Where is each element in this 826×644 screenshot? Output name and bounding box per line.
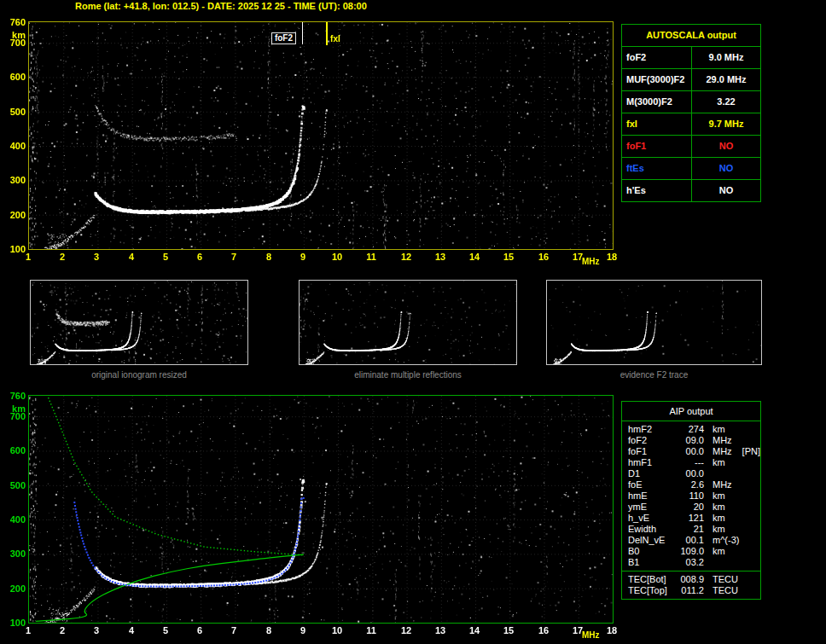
x-tick-label: 8 xyxy=(260,625,277,635)
aip-row-unit: km xyxy=(704,546,725,557)
y-tick-label: 100 xyxy=(2,618,26,628)
x-tick-label: 7 xyxy=(225,625,242,635)
aip-row-label: hmF1 xyxy=(622,457,675,468)
x-tick-label: 16 xyxy=(535,625,552,635)
aip-row: hmF1---km xyxy=(622,457,760,468)
x-tick-label: 2 xyxy=(54,625,71,635)
x-axis-unit: MHz xyxy=(582,257,600,266)
autoscala-row-label: h'Es xyxy=(622,180,692,201)
aip-row-value: 03.2 xyxy=(675,557,704,568)
x-tick-label: 5 xyxy=(157,625,174,635)
x-tick-label: 12 xyxy=(398,252,415,262)
x-tick-label: 3 xyxy=(88,625,105,635)
fxI-marker-line xyxy=(326,22,328,45)
autoscala-row-value: 3.22 xyxy=(692,91,760,113)
y-tick-label: 400 xyxy=(2,514,26,525)
foF2-marker-line xyxy=(302,22,303,44)
autoscala-row-value: NO xyxy=(692,158,760,179)
autoscala-window: Rome (lat: +41.8, lon: 012.5) - DATE: 20… xyxy=(0,0,826,644)
autoscala-row-value: 29.0 MHz xyxy=(692,69,760,90)
aip-row: foE2.6MHz xyxy=(622,479,760,490)
aip-row-unit: MHz xyxy=(704,479,732,490)
aip-table-rows: hmF2274kmfoF209.0MHzfoF100.0MHz[PN]hmF1-… xyxy=(622,421,760,570)
autoscala-row-label: foF2 xyxy=(622,47,692,68)
aip-row-value: 00.0 xyxy=(675,446,704,457)
autoscala-row: fxI9.7 MHz xyxy=(622,113,760,136)
aip-row-unit: km xyxy=(704,502,725,513)
x-tick-label: 1 xyxy=(20,252,37,262)
thumbnail-no-multiples xyxy=(299,280,517,365)
foF2-marker-label: foF2 xyxy=(275,33,293,43)
autoscala-row: foF1NO xyxy=(622,136,760,158)
autoscala-row-value: NO xyxy=(692,180,760,201)
x-tick-label: 1 xyxy=(20,625,37,635)
page-title: Rome (lat: +41.8, lon: 012.5) - DATE: 20… xyxy=(75,1,367,11)
x-tick-label: 13 xyxy=(432,252,449,262)
autoscala-row: h'EsNO xyxy=(622,180,760,201)
x-tick-label: 6 xyxy=(191,625,208,635)
aip-row-label: DelN_vE xyxy=(622,535,675,546)
bottom-ionogram-canvas xyxy=(29,396,613,623)
aip-row-value: 00.0 xyxy=(675,468,704,479)
x-tick-label: 10 xyxy=(329,625,346,635)
aip-row-value: --- xyxy=(675,457,704,468)
thumbnail-caption-original: original ionogram resized xyxy=(30,370,248,380)
aip-row: B0109.0km xyxy=(622,546,760,557)
aip-row-value: 110 xyxy=(675,490,704,502)
aip-tec-row-value: 008.9 xyxy=(675,574,704,585)
foF2-marker-box: foF2 xyxy=(271,32,296,44)
aip-row-value: 2.6 xyxy=(675,479,704,490)
x-tick-label: 14 xyxy=(466,252,483,262)
autoscala-row-value: 9.7 MHz xyxy=(692,113,760,135)
aip-row-unit: km xyxy=(704,513,725,524)
bottom-ionogram-plot xyxy=(28,395,614,624)
x-tick-label: 17 xyxy=(569,252,586,262)
aip-row-label: B1 xyxy=(622,557,675,568)
aip-row-label: foE xyxy=(622,479,675,490)
thumbnail-f2-trace-canvas xyxy=(547,281,761,364)
aip-row: B103.2 xyxy=(622,557,760,568)
aip-tec-row-unit: TECU xyxy=(704,574,738,585)
x-tick-label: 8 xyxy=(260,252,277,262)
aip-row: Ewidth21km xyxy=(622,524,760,535)
x-tick-label: 2 xyxy=(54,252,71,262)
autoscala-table-rows: foF29.0 MHzMUF(3000)F229.0 MHzM(3000)F23… xyxy=(622,47,760,201)
aip-row-label: B0 xyxy=(622,546,675,557)
x-tick-label: 11 xyxy=(363,625,380,635)
aip-row-unit xyxy=(704,557,713,568)
thumbnail-original-ionogram xyxy=(30,280,248,365)
y-tick-label: 700 xyxy=(2,411,26,421)
x-tick-label: 5 xyxy=(157,252,174,262)
y-tick-label: 500 xyxy=(2,480,26,490)
aip-tec-row-label: TEC[Bot] xyxy=(622,574,675,585)
aip-row: hmE110km xyxy=(622,490,760,502)
aip-table-title: AIP output xyxy=(622,402,760,421)
aip-tec-row-value: 011.2 xyxy=(675,585,704,596)
y-tick-label: 300 xyxy=(2,175,26,185)
x-tick-label: 6 xyxy=(191,252,208,262)
y-tick-label: 600 xyxy=(2,445,26,455)
x-tick-label: 14 xyxy=(466,625,483,635)
y-axis-unit: km xyxy=(2,30,26,40)
y-axis-unit: km xyxy=(2,403,26,414)
aip-row-label: h_vE xyxy=(622,513,675,524)
y-tick-label: 400 xyxy=(2,141,26,151)
aip-row: foF100.0MHz[PN] xyxy=(622,446,760,457)
y-tick-label: 700 xyxy=(2,38,26,48)
thumbnail-caption-no-multiples: eliminate multiple reflections xyxy=(299,370,517,380)
x-tick-label: 18 xyxy=(603,252,620,262)
aip-row-value: 20 xyxy=(675,502,704,513)
aip-row-unit: km xyxy=(704,524,725,535)
aip-tec-rows: TEC[Bot]008.9TECUTEC[Top]011.2TECU xyxy=(622,571,760,599)
aip-tec-row-label: TEC[Top] xyxy=(622,585,675,596)
autoscala-row-label: fxI xyxy=(622,113,692,135)
x-tick-label: 11 xyxy=(363,252,380,262)
y-tick-label: 500 xyxy=(2,107,26,117)
y-tick-label: 100 xyxy=(2,244,26,254)
aip-row-value: 274 xyxy=(675,424,704,435)
aip-row-value: 21 xyxy=(675,524,704,535)
autoscala-row: ftEsNO xyxy=(622,158,760,180)
autoscala-row-label: ftEs xyxy=(622,158,692,179)
aip-row-note: [PN] xyxy=(732,446,760,457)
aip-row-label: foF1 xyxy=(622,446,675,457)
